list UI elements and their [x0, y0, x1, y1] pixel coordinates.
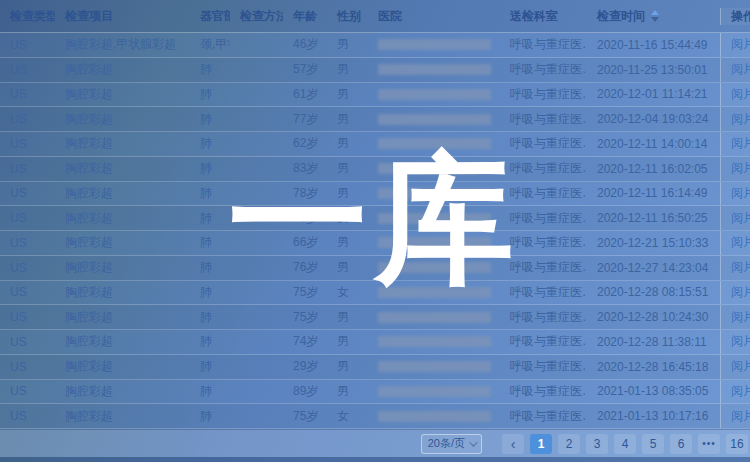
cell-exam-project: 胸腔彩超 — [55, 206, 190, 230]
view-images-link[interactable]: 阅片 — [731, 111, 750, 128]
redacted-hospital-bar — [378, 188, 491, 199]
cell-organ-part: 肺 — [190, 206, 230, 230]
caret-down-icon[interactable] — [651, 17, 659, 22]
cell-exam-method — [230, 231, 283, 255]
cell-exam-method — [230, 355, 283, 379]
cell-hospital — [368, 107, 500, 131]
view-images-link[interactable]: 阅片 — [731, 333, 750, 350]
cell-gender: 男 — [327, 107, 368, 131]
cell-gender: 男 — [327, 355, 368, 379]
cell-action: 阅片 — [720, 182, 750, 206]
cell-hospital — [368, 380, 500, 404]
cell-organ-part: 肺 — [190, 380, 230, 404]
view-images-link[interactable]: 阅片 — [731, 185, 750, 202]
column-header-exam-project: 检查项目 — [55, 8, 190, 25]
cell-exam-time: 2021-01-13 10:17:16 — [587, 404, 720, 428]
table-row: US 胸腔彩超 肺 75岁 女 呼吸与重症医… 2021-01-13 10:17… — [0, 404, 750, 429]
cell-organ-part: 肺 — [190, 83, 230, 107]
column-header-exam-time[interactable]: 检查时间 — [587, 8, 720, 25]
cell-gender: 男 — [327, 305, 368, 329]
table-row: US 胸腔彩超 肺 57岁 男 呼吸与重症医… 2020-11-25 13:50… — [0, 58, 750, 83]
cell-age: 62岁 — [283, 132, 327, 156]
caret-up-icon[interactable] — [651, 10, 659, 15]
cell-organ-part: 肺 — [190, 330, 230, 354]
view-images-link[interactable]: 阅片 — [731, 135, 750, 152]
view-images-link[interactable]: 阅片 — [731, 259, 750, 276]
pager-ellipsis[interactable]: ••• — [698, 434, 720, 454]
page-button-6[interactable]: 6 — [670, 434, 692, 454]
page-button-5[interactable]: 5 — [642, 434, 664, 454]
cell-exam-time: 2020-11-25 13:50:01 — [587, 58, 720, 82]
cell-organ-part: 肺 — [190, 355, 230, 379]
cell-action: 阅片 — [720, 33, 750, 57]
view-images-link[interactable]: 阅片 — [731, 284, 750, 301]
cell-hospital — [368, 330, 500, 354]
cell-exam-project: 胸腔彩超 — [55, 380, 190, 404]
cell-exam-project: 胸腔彩超 — [55, 157, 190, 181]
sort-control[interactable] — [651, 10, 659, 22]
cell-age: 78岁 — [283, 182, 327, 206]
table-row: US 胸腔彩超 肺 75岁 男 呼吸与重症医… 2020-12-28 10:24… — [0, 305, 750, 330]
cell-department: 呼吸与重症医… — [500, 58, 587, 82]
cell-hospital — [368, 355, 500, 379]
table-row: US 胸腔彩超 肺 78岁 男 呼吸与重症医… 2020-12-11 16:14… — [0, 182, 750, 207]
page-button-2[interactable]: 2 — [558, 434, 580, 454]
view-images-link[interactable]: 阅片 — [731, 86, 750, 103]
pagination-bar: 20条/页 ‹ 123456•••16 — [0, 429, 750, 457]
cell-department: 呼吸与重症医… — [500, 330, 587, 354]
cell-exam-method — [230, 83, 283, 107]
view-images-link[interactable]: 阅片 — [731, 210, 750, 227]
column-header-age: 年龄 — [283, 8, 327, 25]
cell-exam-type: US — [0, 206, 55, 230]
page-button-3[interactable]: 3 — [586, 434, 608, 454]
table-row: US 胸腔彩超 肺 83岁 男 呼吸与重症医… 2020-12-11 16:02… — [0, 157, 750, 182]
cell-exam-method — [230, 157, 283, 181]
cell-exam-time: 2020-12-28 08:15:51 — [587, 281, 720, 305]
exam-list-page: 检查类型 检查项目 器官部位 检查方法 年龄 性别 医院 送检科室 检查时间 操… — [0, 0, 750, 462]
view-images-link[interactable]: 阅片 — [731, 160, 750, 177]
view-images-link[interactable]: 阅片 — [731, 36, 750, 53]
view-images-link[interactable]: 阅片 — [731, 408, 750, 425]
page-button-1[interactable]: 1 — [530, 434, 552, 454]
cell-exam-type: US — [0, 132, 55, 156]
prev-page-button[interactable]: ‹ — [502, 434, 524, 454]
cell-exam-project: 胸腔彩超 — [55, 182, 190, 206]
cell-department: 呼吸与重症医… — [500, 305, 587, 329]
view-images-link[interactable]: 阅片 — [731, 61, 750, 78]
redacted-hospital-bar — [378, 64, 491, 75]
view-images-link[interactable]: 阅片 — [731, 383, 750, 400]
cell-exam-method — [230, 256, 283, 280]
cell-gender: 男 — [327, 157, 368, 181]
cell-exam-time: 2020-12-11 14:00:14 — [587, 132, 720, 156]
cell-action: 阅片 — [720, 281, 750, 305]
cell-gender: 女 — [327, 404, 368, 428]
cell-action: 阅片 — [720, 83, 750, 107]
cell-exam-method — [230, 107, 283, 131]
cell-age: 76岁 — [283, 256, 327, 280]
bottom-strip — [0, 457, 750, 462]
cell-department: 呼吸与重症医… — [500, 231, 587, 255]
page-button-16[interactable]: 16 — [726, 434, 748, 454]
cell-gender: 女 — [327, 206, 368, 230]
column-header-exam-method: 检查方法 — [230, 8, 283, 25]
view-images-link[interactable]: 阅片 — [731, 234, 750, 251]
view-images-link[interactable]: 阅片 — [731, 309, 750, 326]
table-row: US 胸腔彩超 肺 61岁 男 呼吸与重症医… 2020-12-01 11:14… — [0, 83, 750, 108]
cell-exam-time: 2020-12-28 11:38:11 — [587, 330, 720, 354]
redacted-hospital-bar — [378, 163, 491, 174]
cell-exam-method — [230, 132, 283, 156]
cell-hospital — [368, 132, 500, 156]
cell-gender: 女 — [327, 281, 368, 305]
page-size-select[interactable]: 20条/页 — [421, 434, 482, 454]
cell-action: 阅片 — [720, 107, 750, 131]
cell-age: 75岁 — [283, 404, 327, 428]
cell-hospital — [368, 231, 500, 255]
cell-organ-part: 肺 — [190, 157, 230, 181]
view-images-link[interactable]: 阅片 — [731, 358, 750, 375]
cell-action: 阅片 — [720, 132, 750, 156]
redacted-hospital-bar — [378, 114, 491, 125]
column-header-exam-type: 检查类型 — [0, 8, 55, 25]
cell-action: 阅片 — [720, 305, 750, 329]
page-button-4[interactable]: 4 — [614, 434, 636, 454]
cell-exam-project: 胸腔彩超 — [55, 330, 190, 354]
